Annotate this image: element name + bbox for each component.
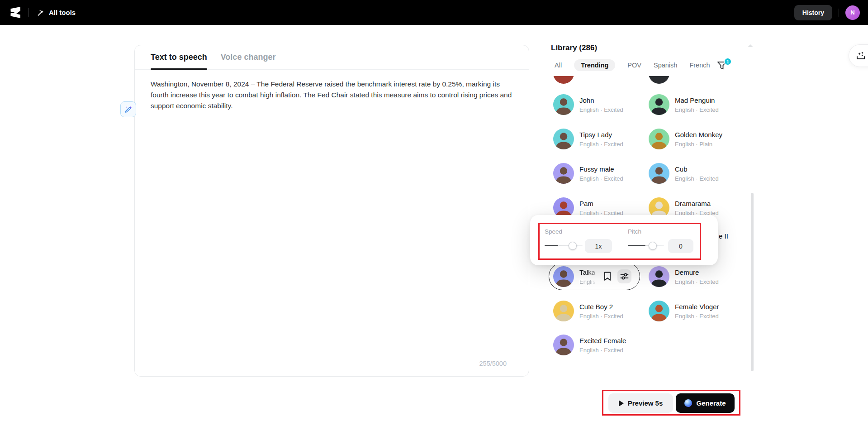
tab-text-to-speech[interactable]: Text to speech <box>151 53 207 69</box>
voice-name: Demure <box>675 268 719 276</box>
speed-label: Speed <box>545 228 562 235</box>
voice-meta: DemureEnglish · Excited <box>675 268 719 285</box>
voice-avatar <box>553 301 574 321</box>
voice-avatar <box>649 266 669 287</box>
scroll-top-hint-icon <box>748 44 753 47</box>
filter-chip-pov[interactable]: POV <box>627 59 641 71</box>
magic-wand-icon <box>37 9 45 17</box>
sliders-icon <box>620 272 629 281</box>
voice-meta: DramaramaEnglish · Excited <box>675 200 719 216</box>
voice-meta: Golden MonkeyEnglish · Plain <box>675 131 722 148</box>
voice-avatar <box>649 301 669 321</box>
voice-name: Pam <box>579 200 623 207</box>
voice-row[interactable]: TalkaEnglis <box>553 266 598 287</box>
voice-row-partial[interactable] <box>553 76 574 84</box>
tts-text-input[interactable]: Washington, November 8, 2024 – The Feder… <box>151 79 515 111</box>
topbar-divider <box>28 8 28 17</box>
voice-row[interactable]: DemureEnglish · Excited <box>649 266 719 287</box>
voice-name: Mad Penguin <box>675 96 719 104</box>
voice-name: Golden Monkey <box>675 131 722 139</box>
history-button[interactable]: History <box>794 5 832 20</box>
pitch-slider-handle[interactable] <box>649 242 657 250</box>
pitch-value-box[interactable]: 0 <box>668 239 693 253</box>
pitch-label: Pitch <box>628 228 641 235</box>
hidden-voice-name-fragment: e II <box>719 232 728 240</box>
voice-meta: Fussy maleEnglish · Excited <box>579 165 623 182</box>
library-scrollbar[interactable] <box>751 193 754 371</box>
library-title: Library (286) <box>551 43 597 53</box>
voice-subtitle: English · Excited <box>579 141 623 148</box>
voice-subtitle: English · Plain <box>675 141 722 148</box>
voice-name: Talka <box>579 268 598 276</box>
filter-chip-trending[interactable]: Trending <box>574 59 615 71</box>
voice-settings-button[interactable] <box>617 269 631 283</box>
voice-meta: TalkaEnglis <box>579 268 598 285</box>
voice-avatar <box>649 94 669 115</box>
voice-name: Excited Female <box>579 337 626 344</box>
editor-tabs: Text to speech Voice changer <box>135 45 529 70</box>
voice-name: Tipsy Lady <box>579 131 623 139</box>
all-tools-label: All tools <box>49 9 76 16</box>
voice-meta: Female VlogerEnglish · Excited <box>675 303 719 320</box>
voice-avatar <box>649 76 669 84</box>
bookmark-icon <box>604 272 611 281</box>
voice-meta: Tipsy LadyEnglish · Excited <box>579 131 623 148</box>
voice-name: Cute Boy 2 <box>579 303 623 311</box>
voice-avatar <box>553 129 574 149</box>
voice-subtitle: English · Excited <box>675 106 719 113</box>
character-counter: 255/5000 <box>479 360 507 367</box>
edit-pencil-icon <box>124 105 133 114</box>
speed-slider[interactable] <box>545 242 583 250</box>
filter-chip-spanish[interactable]: Spanish <box>654 59 677 71</box>
preview-button[interactable]: Preview 5s <box>608 393 673 413</box>
voice-meta: Cute Boy 2English · Excited <box>579 303 623 320</box>
all-tools-button[interactable]: All tools <box>37 9 76 17</box>
voice-row[interactable]: Fussy maleEnglish · Excited <box>553 163 623 184</box>
filter-chip-all[interactable]: All <box>555 59 562 71</box>
voice-row[interactable]: CubEnglish · Excited <box>649 163 719 184</box>
ai-edit-button[interactable] <box>120 101 136 117</box>
generated-results-tray[interactable] <box>849 44 868 67</box>
results-tray-icon <box>856 51 866 61</box>
voice-name: John <box>579 96 623 104</box>
voice-row[interactable]: Excited FemaleEnglish · Excited <box>553 335 626 355</box>
bookmark-button[interactable] <box>602 269 613 283</box>
voice-name: Fussy male <box>579 165 623 173</box>
voice-subtitle: Englis <box>579 278 598 285</box>
pitch-slider[interactable] <box>628 242 664 250</box>
tab-voice-changer[interactable]: Voice changer <box>221 53 276 69</box>
voice-row[interactable]: Female VlogerEnglish · Excited <box>649 301 719 321</box>
voice-name: Female Vloger <box>675 303 719 311</box>
voice-meta: CubEnglish · Excited <box>675 165 719 182</box>
voice-meta: JohnEnglish · Excited <box>579 96 623 113</box>
voice-meta: PamEnglish · Excited <box>579 200 623 216</box>
voice-subtitle: English · Excited <box>579 313 623 320</box>
voice-avatar <box>553 335 574 355</box>
speed-slider-handle[interactable] <box>569 242 577 250</box>
voice-row[interactable]: Tipsy LadyEnglish · Excited <box>553 129 623 149</box>
voice-row[interactable]: JohnEnglish · Excited <box>553 94 623 115</box>
voice-name: Dramarama <box>675 200 719 207</box>
ai-orb-icon <box>684 399 692 407</box>
voice-row[interactable]: Mad PenguinEnglish · Excited <box>649 94 719 115</box>
voice-subtitle: English · Excited <box>579 106 623 113</box>
voice-avatar <box>553 76 574 84</box>
user-avatar[interactable]: N <box>845 5 860 20</box>
speed-value-box[interactable]: 1x <box>585 239 612 253</box>
voice-avatar <box>553 94 574 115</box>
voice-subtitle: English · Excited <box>675 175 719 182</box>
voice-row[interactable]: Golden MonkeyEnglish · Plain <box>649 129 722 149</box>
voice-avatar <box>649 129 669 149</box>
voice-avatar <box>649 163 669 184</box>
voice-meta: Excited FemaleEnglish · Excited <box>579 337 626 354</box>
voice-row-partial[interactable] <box>649 76 669 84</box>
voice-meta: Mad PenguinEnglish · Excited <box>675 96 719 113</box>
voice-avatar <box>553 163 574 184</box>
voice-row[interactable]: Cute Boy 2English · Excited <box>553 301 623 321</box>
play-icon <box>619 400 624 407</box>
voice-subtitle: English · Excited <box>579 175 623 182</box>
generate-button[interactable]: Generate <box>676 393 735 413</box>
filter-chip-french[interactable]: French <box>689 59 710 71</box>
capcut-logo-icon[interactable] <box>9 6 21 19</box>
generate-label: Generate <box>696 399 726 407</box>
